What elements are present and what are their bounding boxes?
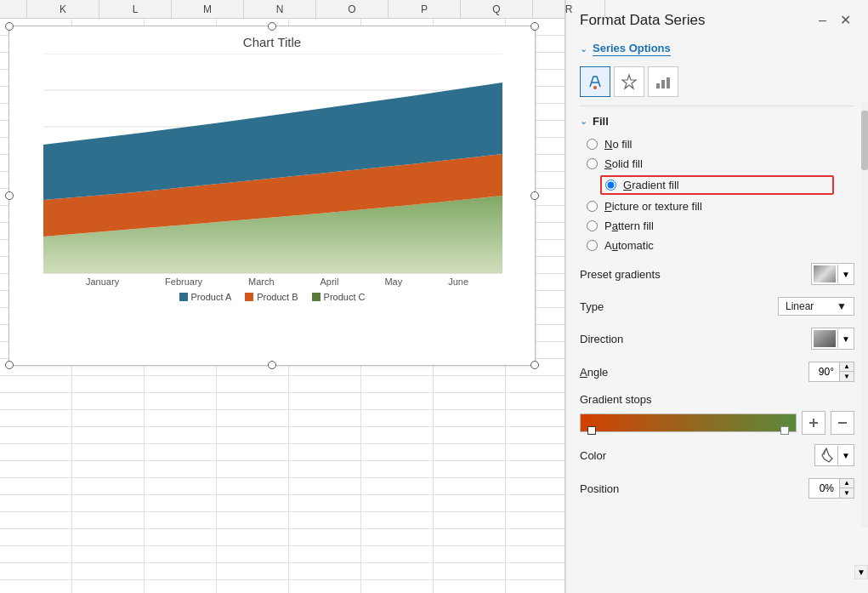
row-header: [0, 0, 27, 18]
direction-label: Direction: [580, 333, 623, 345]
legend-color-b: [245, 293, 253, 301]
col-header-m: M: [172, 0, 244, 18]
preset-gradients-button[interactable]: ▼: [811, 263, 854, 285]
col-header-r: R: [533, 0, 605, 18]
position-value: 0%: [809, 480, 839, 497]
close-button[interactable]: ✕: [837, 10, 854, 30]
handle-tl[interactable]: [5, 22, 14, 31]
x-label-may: May: [384, 277, 402, 287]
color-row: Color ▼: [566, 438, 868, 472]
handle-tm[interactable]: [268, 22, 276, 31]
series-options-label: Series Options: [593, 42, 671, 56]
no-fill-radio[interactable]: [587, 139, 598, 150]
gradient-bar-row: [566, 408, 868, 438]
gradient-stops-label: Gradient stops: [566, 388, 868, 408]
pattern-fill-radio[interactable]: [587, 220, 598, 231]
color-arrow: ▼: [837, 446, 854, 465]
legend-item-c: Product C: [312, 292, 366, 302]
picture-fill-radio[interactable]: [587, 201, 598, 212]
fill-options-group: No fill Solid fill Gradient fill Picture…: [566, 133, 868, 257]
preset-gradients-row: Preset gradients ▼: [566, 257, 868, 291]
color-button[interactable]: ▼: [814, 444, 854, 466]
legend-color-c: [312, 293, 321, 301]
col-header-l: L: [99, 0, 172, 18]
chart-container[interactable]: Chart Title 0 5 10 15 20 25 30: [9, 26, 536, 366]
angle-down-button[interactable]: ▼: [840, 372, 854, 381]
x-label-apr: April: [321, 277, 339, 287]
format-data-series-panel: Format Data Series – ✕ ⌄ Series Options: [565, 0, 868, 593]
handle-br[interactable]: [530, 361, 539, 369]
x-label-jun: June: [448, 277, 468, 287]
color-paint-icon: [817, 447, 836, 464]
position-control: 0% ▲ ▼: [808, 478, 854, 499]
icon-toolbar: [566, 61, 868, 102]
type-label: Type: [580, 300, 604, 313]
panel-content[interactable]: ⌄ Fill No fill Solid fill Gradient fill …: [566, 110, 868, 593]
solid-fill-label: Solid fill: [604, 157, 643, 170]
position-input-group: 0% ▲ ▼: [808, 478, 854, 499]
handle-mr[interactable]: [530, 191, 539, 200]
angle-up-button[interactable]: ▲: [840, 362, 854, 372]
gradient-fill-row[interactable]: Gradient fill: [600, 175, 834, 195]
no-fill-option[interactable]: No fill: [587, 134, 848, 154]
picture-fill-option[interactable]: Picture or texture fill: [587, 197, 848, 216]
x-label-jan: January: [86, 277, 119, 287]
svg-marker-18: [622, 75, 636, 88]
panel-scrollbar-thumb[interactable]: [861, 111, 868, 170]
remove-gradient-stop-button[interactable]: [831, 411, 854, 435]
spreadsheet-area: K L M N O P Q R Chart Title: [0, 0, 565, 593]
col-header-q: Q: [461, 0, 533, 18]
gradient-fill-radio[interactable]: [605, 180, 616, 191]
chart-legend: Product A Product B Product C: [9, 288, 535, 305]
pattern-fill-label: Pattern fill: [604, 220, 654, 232]
fill-label: Fill: [593, 115, 609, 128]
fill-line-icon-button[interactable]: [580, 66, 610, 97]
gradient-bar[interactable]: [580, 413, 797, 432]
series-icon-button[interactable]: [648, 66, 678, 97]
add-gradient-stop-button[interactable]: [802, 411, 825, 435]
gradient-stop-left[interactable]: [587, 426, 596, 435]
handle-bl[interactable]: [5, 361, 14, 369]
position-spinners: ▲ ▼: [839, 479, 854, 498]
series-options-section[interactable]: ⌄ Series Options: [566, 37, 868, 61]
collapse-button[interactable]: –: [815, 11, 830, 30]
position-up-button[interactable]: ▲: [840, 479, 854, 488]
fill-section-header[interactable]: ⌄ Fill: [566, 110, 868, 133]
preset-gradients-label: Preset gradients: [580, 268, 661, 281]
direction-preview: [814, 330, 836, 347]
solid-fill-radio[interactable]: [587, 158, 598, 169]
effects-icon-button[interactable]: [614, 66, 644, 97]
solid-fill-option[interactable]: Solid fill: [587, 154, 848, 174]
handle-tr[interactable]: [530, 22, 539, 31]
direction-button[interactable]: ▼: [811, 328, 854, 350]
angle-input-group: 90° ▲ ▼: [808, 362, 854, 382]
color-label: Color: [580, 449, 606, 462]
panel-header: Format Data Series – ✕: [566, 0, 868, 37]
direction-arrow: ▼: [837, 329, 854, 348]
direction-control: ▼: [811, 328, 854, 350]
scroll-bottom-arrow[interactable]: ▼: [854, 565, 868, 579]
automatic-label: Automatic: [604, 239, 654, 252]
pattern-fill-option[interactable]: Pattern fill: [587, 216, 848, 236]
col-header-k: K: [27, 0, 99, 18]
gradient-fill-label: Gradient fill: [623, 179, 679, 191]
type-dropdown-arrow: ▼: [837, 300, 847, 312]
gradient-stop-right[interactable]: [780, 426, 789, 435]
handle-bm[interactable]: [268, 361, 276, 369]
series-options-chevron: ⌄: [580, 43, 587, 54]
svg-point-17: [593, 86, 597, 89]
legend-item-a: Product A: [179, 292, 232, 302]
x-axis: January February March April May June: [43, 275, 502, 288]
scroll-down-arrow[interactable]: ▼: [854, 565, 868, 579]
type-dropdown[interactable]: Linear ▼: [778, 297, 854, 316]
direction-row: Direction ▼: [566, 322, 868, 356]
position-label: Position: [580, 482, 619, 495]
svg-rect-20: [661, 80, 665, 88]
picture-fill-label: Picture or texture fill: [604, 200, 702, 213]
fill-chevron: ⌄: [580, 116, 587, 127]
position-down-button[interactable]: ▼: [840, 488, 854, 498]
automatic-radio[interactable]: [587, 240, 598, 251]
x-label-feb: February: [165, 277, 202, 287]
handle-ml[interactable]: [5, 191, 14, 200]
automatic-fill-option[interactable]: Automatic: [587, 236, 848, 255]
